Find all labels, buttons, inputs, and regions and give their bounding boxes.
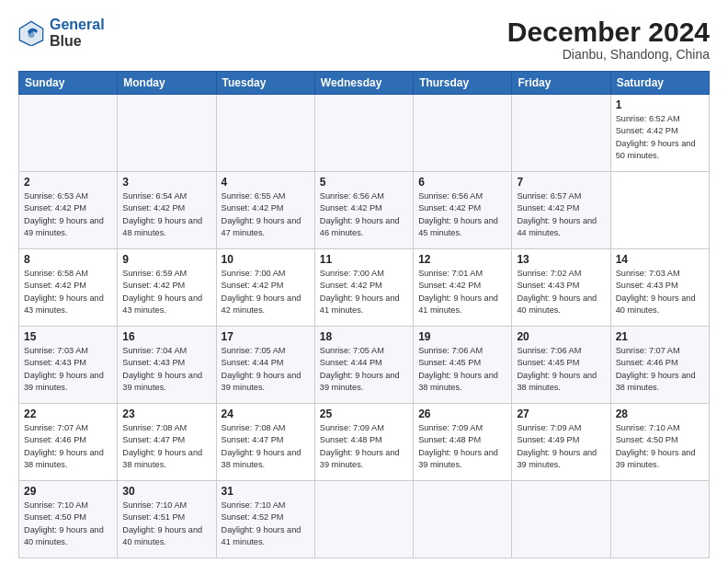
calendar-empty-cell <box>414 481 512 558</box>
calendar-header-monday: Monday <box>118 72 216 95</box>
calendar-day-25: 25Sunrise: 7:09 AMSunset: 4:48 PMDayligh… <box>314 404 413 481</box>
day-number: 8 <box>24 253 112 266</box>
calendar-day-3: 3Sunrise: 6:54 AMSunset: 4:42 PMDaylight… <box>118 172 216 249</box>
calendar-day-28: 28Sunrise: 7:10 AMSunset: 4:50 PMDayligh… <box>610 404 709 481</box>
calendar-empty-cell <box>216 95 314 172</box>
day-info: Sunrise: 6:52 AMSunset: 4:42 PMDaylight:… <box>616 113 704 162</box>
calendar-day-26: 26Sunrise: 7:09 AMSunset: 4:48 PMDayligh… <box>414 404 512 481</box>
calendar-header-row: SundayMondayTuesdayWednesdayThursdayFrid… <box>19 72 710 95</box>
day-info: Sunrise: 7:00 AMSunset: 4:42 PMDaylight:… <box>320 268 408 316</box>
main-title: December 2024 <box>507 17 710 47</box>
day-info: Sunrise: 7:05 AMSunset: 4:44 PMDaylight:… <box>222 345 310 394</box>
calendar-day-12: 12Sunrise: 7:01 AMSunset: 4:42 PMDayligh… <box>414 249 512 327</box>
calendar-day-9: 9Sunrise: 6:59 AMSunset: 4:42 PMDaylight… <box>118 249 216 327</box>
day-number: 27 <box>517 408 605 420</box>
day-info: Sunrise: 7:01 AMSunset: 4:42 PMDaylight:… <box>418 268 506 316</box>
day-info: Sunrise: 7:09 AMSunset: 4:49 PMDaylight:… <box>517 422 605 471</box>
calendar-day-11: 11Sunrise: 7:00 AMSunset: 4:42 PMDayligh… <box>314 249 413 327</box>
calendar-empty-cell <box>512 95 610 172</box>
day-number: 28 <box>616 408 704 420</box>
day-number: 26 <box>418 408 506 420</box>
calendar-header-friday: Friday <box>512 72 610 95</box>
day-info: Sunrise: 7:10 AMSunset: 4:50 PMDaylight:… <box>24 500 112 548</box>
calendar-day-22: 22Sunrise: 7:07 AMSunset: 4:46 PMDayligh… <box>19 404 118 481</box>
day-number: 6 <box>418 176 506 189</box>
calendar-empty-cell <box>314 481 413 558</box>
day-info: Sunrise: 7:07 AMSunset: 4:46 PMDaylight:… <box>24 422 112 471</box>
day-number: 5 <box>320 176 408 189</box>
calendar-table: SundayMondayTuesdayWednesdayThursdayFrid… <box>18 71 710 558</box>
day-info: Sunrise: 7:05 AMSunset: 4:44 PMDaylight:… <box>320 345 408 394</box>
calendar-day-27: 27Sunrise: 7:09 AMSunset: 4:49 PMDayligh… <box>512 404 610 481</box>
day-number: 11 <box>320 253 408 266</box>
day-info: Sunrise: 7:10 AMSunset: 4:50 PMDaylight:… <box>616 422 704 471</box>
day-number: 16 <box>122 330 210 343</box>
calendar-header-sunday: Sunday <box>19 72 118 95</box>
day-info: Sunrise: 6:55 AMSunset: 4:42 PMDaylight:… <box>222 190 310 239</box>
svg-point-2 <box>28 30 35 37</box>
calendar-day-5: 5Sunrise: 6:56 AMSunset: 4:42 PMDaylight… <box>314 172 413 249</box>
subtitle: Dianbu, Shandong, China <box>507 47 710 62</box>
calendar-empty-cell <box>512 481 610 558</box>
calendar-day-8: 8Sunrise: 6:58 AMSunset: 4:42 PMDaylight… <box>19 249 118 327</box>
day-info: Sunrise: 6:54 AMSunset: 4:42 PMDaylight:… <box>122 190 210 239</box>
calendar-empty-cell <box>414 95 512 172</box>
calendar-empty-cell <box>118 95 216 172</box>
calendar-week-5: 22Sunrise: 7:07 AMSunset: 4:46 PMDayligh… <box>19 404 710 481</box>
day-info: Sunrise: 7:02 AMSunset: 4:43 PMDaylight:… <box>517 268 605 316</box>
day-number: 3 <box>122 176 210 189</box>
calendar-day-19: 19Sunrise: 7:06 AMSunset: 4:45 PMDayligh… <box>414 327 512 404</box>
calendar-day-16: 16Sunrise: 7:04 AMSunset: 4:43 PMDayligh… <box>118 327 216 404</box>
day-number: 12 <box>418 253 506 266</box>
day-number: 13 <box>517 253 605 266</box>
day-number: 14 <box>616 253 704 266</box>
calendar-day-29: 29Sunrise: 7:10 AMSunset: 4:50 PMDayligh… <box>19 481 118 558</box>
day-number: 10 <box>222 253 310 266</box>
calendar-empty-cell <box>314 95 413 172</box>
day-number: 18 <box>320 330 408 343</box>
calendar-day-31: 31Sunrise: 7:10 AMSunset: 4:52 PMDayligh… <box>216 481 314 558</box>
day-info: Sunrise: 6:59 AMSunset: 4:42 PMDaylight:… <box>122 268 210 316</box>
day-info: Sunrise: 6:56 AMSunset: 4:42 PMDaylight:… <box>418 190 506 239</box>
day-number: 23 <box>122 408 210 420</box>
calendar-day-4: 4Sunrise: 6:55 AMSunset: 4:42 PMDaylight… <box>216 172 314 249</box>
day-number: 1 <box>616 98 704 111</box>
title-block: December 2024 Dianbu, Shandong, China <box>507 17 710 62</box>
calendar-day-23: 23Sunrise: 7:08 AMSunset: 4:47 PMDayligh… <box>118 404 216 481</box>
day-info: Sunrise: 7:09 AMSunset: 4:48 PMDaylight:… <box>320 422 408 471</box>
logo: General Blue <box>18 17 105 49</box>
calendar-header-wednesday: Wednesday <box>314 72 413 95</box>
calendar-empty-cell <box>19 95 118 172</box>
calendar-day-24: 24Sunrise: 7:08 AMSunset: 4:47 PMDayligh… <box>216 404 314 481</box>
day-number: 2 <box>24 176 112 189</box>
calendar-day-17: 17Sunrise: 7:05 AMSunset: 4:44 PMDayligh… <box>216 327 314 404</box>
day-number: 20 <box>517 330 605 343</box>
day-info: Sunrise: 7:09 AMSunset: 4:48 PMDaylight:… <box>418 422 506 471</box>
day-number: 15 <box>24 330 112 343</box>
calendar-header-saturday: Saturday <box>610 72 709 95</box>
logo-icon <box>18 20 44 46</box>
day-number: 24 <box>222 408 310 420</box>
day-number: 21 <box>616 330 704 343</box>
day-info: Sunrise: 6:56 AMSunset: 4:42 PMDaylight:… <box>320 190 408 239</box>
day-info: Sunrise: 7:07 AMSunset: 4:46 PMDaylight:… <box>616 345 704 394</box>
day-number: 19 <box>418 330 506 343</box>
day-number: 29 <box>24 485 112 498</box>
calendar-week-1: 1Sunrise: 6:52 AMSunset: 4:42 PMDaylight… <box>19 95 710 172</box>
header: General Blue December 2024 Dianbu, Shand… <box>18 17 710 62</box>
day-number: 4 <box>222 176 310 189</box>
day-number: 25 <box>320 408 408 420</box>
day-info: Sunrise: 7:06 AMSunset: 4:45 PMDaylight:… <box>418 345 506 394</box>
page: General Blue December 2024 Dianbu, Shand… <box>0 0 728 563</box>
day-info: Sunrise: 7:08 AMSunset: 4:47 PMDaylight:… <box>122 422 210 471</box>
day-number: 22 <box>24 408 112 420</box>
calendar-week-3: 8Sunrise: 6:58 AMSunset: 4:42 PMDaylight… <box>19 249 710 327</box>
day-info: Sunrise: 7:06 AMSunset: 4:45 PMDaylight:… <box>517 345 605 394</box>
calendar-day-10: 10Sunrise: 7:00 AMSunset: 4:42 PMDayligh… <box>216 249 314 327</box>
calendar-day-6: 6Sunrise: 6:56 AMSunset: 4:42 PMDaylight… <box>414 172 512 249</box>
day-number: 30 <box>122 485 210 498</box>
calendar-day-15: 15Sunrise: 7:03 AMSunset: 4:43 PMDayligh… <box>19 327 118 404</box>
day-info: Sunrise: 7:03 AMSunset: 4:43 PMDaylight:… <box>24 345 112 394</box>
calendar-day-14: 14Sunrise: 7:03 AMSunset: 4:43 PMDayligh… <box>610 249 709 327</box>
calendar-week-4: 15Sunrise: 7:03 AMSunset: 4:43 PMDayligh… <box>19 327 710 404</box>
